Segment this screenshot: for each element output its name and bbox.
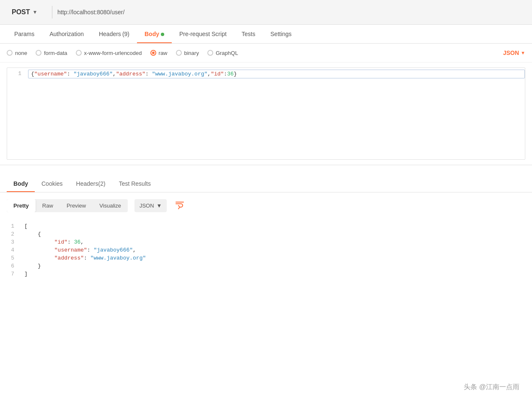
request-code-line-1: 1 {"username": "javaboy666","address": "… [7, 68, 525, 80]
response-tab-nav: Body Cookies Headers(2) Test Results [0, 175, 532, 192]
tab-tests[interactable]: Tests [234, 25, 263, 43]
radio-raw [150, 50, 156, 56]
response-tab-cookies[interactable]: Cookies [35, 175, 70, 192]
tab-body[interactable]: Body [137, 25, 172, 43]
body-dot [161, 33, 164, 36]
response-toolbar: Pretty Raw Preview Visualize JSON ▼ [0, 192, 532, 219]
request-body-editor[interactable]: 1 {"username": "javaboy666","address": "… [7, 68, 525, 160]
response-tab-body[interactable]: Body [7, 175, 35, 192]
response-format-type[interactable]: JSON ▼ [134, 199, 167, 212]
method-chevron: ▼ [33, 9, 38, 15]
response-line-5: 5 "address": "www.javaboy.org" [0, 254, 532, 262]
response-tab-test-results[interactable]: Test Results [112, 175, 158, 192]
response-line-2: 2 { [0, 230, 532, 238]
wrap-btn[interactable] [172, 197, 188, 215]
option-binary[interactable]: binary [176, 50, 199, 56]
url-divider [52, 6, 52, 18]
option-none[interactable]: none [7, 50, 27, 56]
radio-urlencoded [76, 50, 82, 56]
url-input[interactable] [56, 5, 525, 19]
tab-headers[interactable]: Headers(9) [91, 25, 137, 43]
format-btn-group: Pretty Raw Preview Visualize [7, 199, 128, 212]
response-line-6: 6 } [0, 262, 532, 270]
format-type-chevron: ▼ [157, 203, 162, 209]
tab-settings[interactable]: Settings [263, 25, 300, 43]
option-raw[interactable]: raw [150, 50, 168, 56]
format-preview-btn[interactable]: Preview [60, 199, 93, 212]
tab-params[interactable]: Params [7, 25, 42, 43]
json-chevron: ▼ [521, 50, 525, 55]
section-divider [0, 165, 532, 165]
radio-graphql [207, 50, 213, 56]
radio-form-data [36, 50, 41, 56]
format-pretty-btn[interactable]: Pretty [7, 199, 36, 212]
body-options: none form-data x-www-form-urlencoded raw… [0, 44, 532, 62]
url-bar: POST ▼ [0, 0, 532, 25]
response-line-1: 1 [ [0, 222, 532, 230]
response-line-7: 7 ] [0, 270, 532, 278]
option-graphql[interactable]: GraphQL [207, 50, 238, 56]
response-line-4: 4 "username": "javaboy666", [0, 246, 532, 254]
json-type-selector[interactable]: JSON ▼ [503, 49, 525, 56]
method-label: POST [12, 8, 30, 16]
response-body: 1 [ 2 { 3 "id": 36, 4 "username": "javab… [0, 219, 532, 281]
radio-none [7, 50, 13, 56]
format-raw-btn[interactable]: Raw [36, 199, 60, 212]
option-urlencoded[interactable]: x-www-form-urlencoded [76, 50, 142, 56]
tab-pre-request-script[interactable]: Pre-request Script [172, 25, 234, 43]
option-form-data[interactable]: form-data [36, 50, 67, 56]
response-tab-headers[interactable]: Headers(2) [70, 175, 112, 192]
response-line-3: 3 "id": 36, [0, 238, 532, 246]
request-tab-nav: Params Authorization Headers(9) Body Pre… [0, 25, 532, 44]
format-visualize-btn[interactable]: Visualize [93, 199, 128, 212]
watermark: 头条 @江南一点雨 [464, 383, 519, 392]
radio-binary [176, 50, 182, 56]
tab-authorization[interactable]: Authorization [42, 25, 91, 43]
method-selector[interactable]: POST ▼ [7, 5, 49, 19]
